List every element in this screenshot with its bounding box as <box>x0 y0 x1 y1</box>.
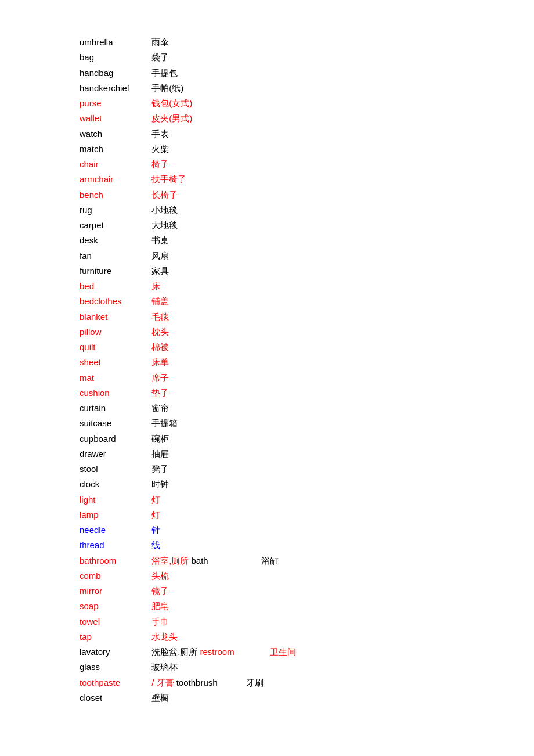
list-item: curtain 窗帘 <box>80 401 534 416</box>
list-item: soap 肥皂 <box>80 599 534 614</box>
list-item: towel 手巾 <box>80 614 534 629</box>
english-word: match <box>80 142 149 157</box>
english-word: armchair <box>80 172 149 187</box>
english-word: bedclothes <box>80 294 149 309</box>
english-word: wallet <box>80 111 149 126</box>
chinese-translation: 扶手椅子 <box>151 172 186 187</box>
list-item: comb 头梳 <box>80 568 534 584</box>
english-word: comb <box>80 568 149 584</box>
chinese-translation-extra: 牙刷 <box>246 675 264 690</box>
chinese-translation: 线 <box>151 538 160 553</box>
list-item: bathroom 浴室,厕所 bath 浴缸 <box>80 553 534 568</box>
list-item: lamp 灯 <box>80 507 534 523</box>
english-word: mat <box>80 370 149 386</box>
chinese-translation: 抽屉 <box>151 447 169 462</box>
list-item: suitcase 手提箱 <box>80 416 534 431</box>
chinese-translation: 凳子 <box>151 462 169 477</box>
english-word: purse <box>80 96 149 111</box>
list-item: match 火柴 <box>80 142 534 157</box>
english-word: umbrella <box>80 35 149 50</box>
list-item: cushion 垫子 <box>80 386 534 401</box>
list-item: bag 袋子 <box>80 50 534 65</box>
english-word: toothpaste <box>80 675 149 690</box>
list-item: bedclothes 铺盖 <box>80 294 534 309</box>
list-item: watch 手表 <box>80 127 534 142</box>
english-word: bed <box>80 279 149 294</box>
list-item: wallet 皮夹(男式) <box>80 111 534 126</box>
list-item: glass 玻璃杯 <box>80 660 534 675</box>
english-word: quilt <box>80 340 149 355</box>
english-word: mirror <box>80 584 149 599</box>
list-item: drawer 抽屉 <box>80 447 534 462</box>
chinese-translation: 手表 <box>151 127 169 142</box>
chinese-translation: / 牙膏 <box>151 675 174 690</box>
english-word: sheet <box>80 355 149 370</box>
english-word: towel <box>80 614 149 629</box>
chinese-translation: 玻璃杯 <box>151 660 178 675</box>
chinese-translation: 壁橱 <box>151 690 169 705</box>
english-word: lamp <box>80 507 149 523</box>
english-word: handbag <box>80 66 149 81</box>
chinese-translation: 风扇 <box>151 249 169 264</box>
english-word-extra: bath <box>192 553 261 568</box>
list-item: bench 长椅子 <box>80 188 534 203</box>
english-word: glass <box>80 660 149 675</box>
chinese-translation: 手提箱 <box>151 416 178 431</box>
list-item: umbrella 雨伞 <box>80 35 534 50</box>
list-item: rug 小地毯 <box>80 203 534 218</box>
chinese-translation: 枕头 <box>151 325 169 340</box>
english-word: curtain <box>80 401 149 416</box>
chinese-translation: 肥皂 <box>151 599 169 614</box>
english-word-extra: toothbrush <box>176 675 246 690</box>
chinese-translation: 书桌 <box>151 233 169 248</box>
list-item: handbag 手提包 <box>80 66 534 81</box>
chinese-translation: 床 <box>151 279 160 294</box>
list-item: fan 风扇 <box>80 249 534 264</box>
chinese-translation: 火柴 <box>151 142 169 157</box>
chinese-translation: 棉被 <box>151 340 169 355</box>
chinese-translation: 碗柜 <box>151 431 169 447</box>
chinese-translation: 家具 <box>151 264 169 279</box>
english-word: rug <box>80 203 149 218</box>
chinese-translation: 长椅子 <box>151 188 178 203</box>
english-word: soap <box>80 599 149 614</box>
english-word: bathroom <box>80 553 149 568</box>
english-word: closet <box>80 690 149 705</box>
chinese-translation: 时钟 <box>151 477 169 492</box>
english-word: drawer <box>80 447 149 462</box>
list-item: chair 椅子 <box>80 157 534 172</box>
english-word: bag <box>80 50 149 65</box>
list-item: desk 书桌 <box>80 233 534 248</box>
english-word: tap <box>80 629 149 645</box>
english-word: watch <box>80 127 149 142</box>
english-word: cushion <box>80 386 149 401</box>
chinese-translation-extra: 卫生间 <box>270 645 296 660</box>
list-item: mat 席子 <box>80 370 534 386</box>
chinese-translation: 袋子 <box>151 50 169 65</box>
list-item: pillow 枕头 <box>80 325 534 340</box>
list-item: quilt 棉被 <box>80 340 534 355</box>
list-item: bed 床 <box>80 279 534 294</box>
english-word: furniture <box>80 264 149 279</box>
list-item: handkerchief 手帕(纸) <box>80 81 534 96</box>
english-word: desk <box>80 233 149 248</box>
english-word: bench <box>80 188 149 203</box>
list-item: blanket 毛毯 <box>80 309 534 325</box>
english-word: suitcase <box>80 416 149 431</box>
list-item: purse 钱包(女式) <box>80 96 534 111</box>
chinese-translation: 手巾 <box>151 614 169 629</box>
english-word: clock <box>80 477 149 492</box>
english-word: needle <box>80 523 149 538</box>
chinese-translation: 大地毯 <box>151 218 178 233</box>
list-item: sheet 床单 <box>80 355 534 370</box>
english-word: light <box>80 492 149 507</box>
chinese-translation: 洗脸盆,厕所 <box>151 645 197 660</box>
chinese-translation: 床单 <box>151 355 169 370</box>
english-word: lavatory <box>80 645 149 660</box>
chinese-translation: 毛毯 <box>151 309 169 325</box>
list-item: thread 线 <box>80 538 534 553</box>
english-word: thread <box>80 538 149 553</box>
list-item: light 灯 <box>80 492 534 507</box>
chinese-translation: 小地毯 <box>151 203 178 218</box>
chinese-translation: 手帕(纸) <box>151 81 183 96</box>
